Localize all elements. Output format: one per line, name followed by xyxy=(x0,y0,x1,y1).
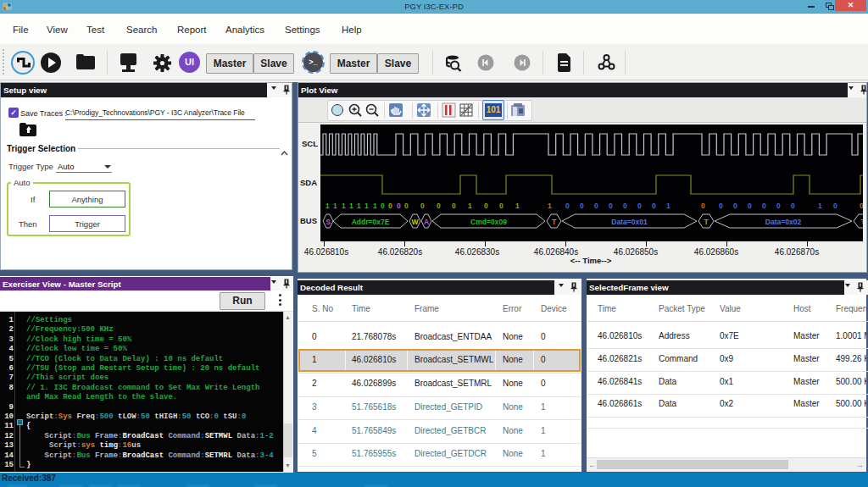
svg-text:0: 0 xyxy=(701,202,705,210)
svg-text:0: 0 xyxy=(381,202,385,210)
svg-text:0: 0 xyxy=(580,202,584,210)
svg-text:T: T xyxy=(704,218,709,226)
svg-text:0: 0 xyxy=(594,202,598,210)
svg-text:0: 0 xyxy=(609,202,613,210)
svg-text:1: 1 xyxy=(349,202,353,210)
svg-text:0: 0 xyxy=(748,202,752,210)
svg-text:1: 1 xyxy=(818,202,822,210)
svg-text:0: 0 xyxy=(652,202,656,210)
svg-text:T: T xyxy=(552,218,557,226)
svg-text:1: 1 xyxy=(364,202,369,210)
svg-text:W: W xyxy=(411,218,419,226)
svg-text:0: 0 xyxy=(484,202,488,210)
svg-text:1: 1 xyxy=(333,202,337,210)
svg-text:A: A xyxy=(424,218,429,226)
svg-text:0: 0 xyxy=(776,202,781,210)
svg-text:Data=0x02: Data=0x02 xyxy=(765,218,802,226)
svg-text:0: 0 xyxy=(733,202,737,210)
svg-text:1: 1 xyxy=(548,202,552,210)
svg-text:0: 0 xyxy=(499,202,504,210)
svg-text:1: 1 xyxy=(373,202,377,210)
svg-text:1: 1 xyxy=(515,202,520,210)
svg-text:0: 0 xyxy=(860,202,863,210)
svg-text:1: 1 xyxy=(357,202,361,210)
svg-text:T: T xyxy=(860,218,863,226)
svg-text:0: 0 xyxy=(565,202,570,210)
svg-text:S: S xyxy=(326,218,331,226)
svg-text:Cmd=0x09: Cmd=0x09 xyxy=(470,218,507,226)
svg-text:1: 1 xyxy=(468,202,472,210)
svg-text:1: 1 xyxy=(666,202,670,210)
svg-text:0: 0 xyxy=(420,202,425,210)
svg-text:0: 0 xyxy=(452,202,456,210)
svg-text:0: 0 xyxy=(791,202,795,210)
svg-text:Data=0x01: Data=0x01 xyxy=(611,218,648,226)
svg-text:0: 0 xyxy=(437,202,441,210)
svg-text:1: 1 xyxy=(342,202,346,210)
svg-text:0: 0 xyxy=(404,202,409,210)
svg-text:0: 0 xyxy=(637,202,642,210)
svg-text:Addr=0x7E: Addr=0x7E xyxy=(352,218,390,226)
svg-text:1: 1 xyxy=(326,202,330,210)
svg-text:0: 0 xyxy=(388,202,392,210)
svg-text:0: 0 xyxy=(623,202,627,210)
svg-text:0: 0 xyxy=(719,202,723,210)
svg-text:0: 0 xyxy=(833,202,837,210)
svg-text:0: 0 xyxy=(397,202,401,210)
svg-text:0: 0 xyxy=(762,202,766,210)
